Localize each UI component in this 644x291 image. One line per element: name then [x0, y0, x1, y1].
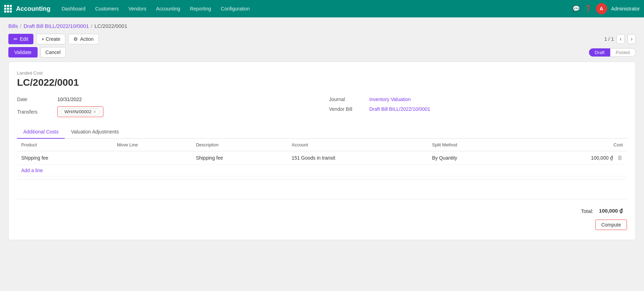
form-grid: Date 10/31/2022 Transfers WH/IN/00002 ✕ — [17, 97, 627, 117]
grid-icon — [4, 5, 12, 13]
col-product: Product — [17, 139, 113, 151]
vendor-bill-label: Vendor Bill — [329, 106, 364, 112]
status-draft[interactable]: Draft — [589, 48, 610, 56]
vendor-bill-row: Vendor Bill Draft Bill BILL/2022/10/0001 — [329, 106, 627, 112]
pagination: 1 / 1 — [604, 36, 614, 42]
toolbar: ✏ Edit + Create ⚙ Action 1 / 1 ‹ › — [8, 34, 636, 44]
delete-row-icon[interactable]: 🗑 — [617, 155, 623, 161]
date-label: Date — [17, 97, 52, 102]
table-header-row: Product Move Line Description Account Sp… — [17, 139, 627, 151]
action-label: Action — [80, 36, 94, 42]
top-nav-menu: Dashboard Customers Vendors Accounting R… — [57, 4, 572, 14]
transfers-tag[interactable]: WH/IN/00002 ✕ — [61, 108, 100, 115]
compute-button[interactable]: Compute — [595, 220, 627, 230]
compute-area: Compute — [17, 215, 627, 231]
status-right: Draft Posted — [589, 48, 636, 57]
total-row: Total: 100,000 ₫ — [17, 202, 627, 215]
tab-additional-costs[interactable]: Additional Costs — [17, 125, 65, 139]
right-fields: Journal Inventory Valuation Vendor Bill … — [329, 97, 627, 117]
separator-2 — [17, 199, 627, 199]
status-posted[interactable]: Posted — [610, 48, 635, 56]
prev-button[interactable]: ‹ — [617, 34, 625, 44]
chat-icon[interactable]: 💬 — [572, 5, 580, 13]
journal-link[interactable]: Inventory Valuation — [369, 97, 411, 102]
cost-value: 100,000 ₫ — [591, 155, 613, 161]
edit-icon: ✏ — [14, 36, 18, 42]
journal-label: Journal — [329, 97, 364, 102]
add-line-button[interactable]: Add a line — [17, 165, 47, 176]
cancel-button[interactable]: Cancel — [40, 47, 66, 58]
nav-reporting[interactable]: Reporting — [186, 4, 215, 14]
record-id: LC/2022/0001 — [17, 77, 627, 88]
nav-vendors[interactable]: Vendors — [124, 4, 150, 14]
date-value: 10/31/2022 — [57, 97, 82, 102]
breadcrumb-bills[interactable]: Bills — [8, 23, 18, 29]
table-container: Product Move Line Description Account Sp… — [17, 139, 627, 176]
page-wrapper: Bills / Draft Bill BILL/2022/10/0001 / L… — [0, 17, 644, 291]
cell-cost: 100,000 ₫ 🗑 — [518, 151, 627, 165]
nav-configuration[interactable]: Configuration — [217, 4, 254, 14]
costs-table: Product Move Line Description Account Sp… — [17, 139, 627, 165]
transfers-label: Transfers — [17, 109, 52, 115]
col-account: Account — [287, 139, 428, 151]
table-row: Shipping fee Shipping fee 151 Goods in t… — [17, 151, 627, 165]
help-icon[interactable]: ❓ — [584, 5, 592, 13]
col-cost: Cost — [518, 139, 627, 151]
status-badge-group: Draft Posted — [589, 48, 636, 57]
avatar[interactable]: A — [596, 3, 607, 14]
total-label: Total: — [581, 208, 594, 214]
tabs: Additional Costs Valuation Adjustments — [17, 125, 627, 139]
transfers-row: Transfers WH/IN/00002 ✕ — [17, 106, 315, 117]
cell-description: Shipping fee — [192, 151, 287, 165]
vendor-bill-link[interactable]: Draft Bill BILL/2022/10/0001 — [369, 106, 430, 112]
cell-move-line — [113, 151, 192, 165]
left-fields: Date 10/31/2022 Transfers WH/IN/00002 ✕ — [17, 97, 315, 117]
toolbar-right: 1 / 1 ‹ › — [604, 34, 636, 44]
next-button[interactable]: › — [628, 34, 636, 44]
top-nav: Accounting Dashboard Customers Vendors A… — [0, 0, 644, 17]
tab-valuation-adjustments[interactable]: Valuation Adjustments — [65, 125, 125, 139]
journal-row: Journal Inventory Valuation — [329, 97, 627, 102]
journal-value: Inventory Valuation — [369, 97, 411, 102]
transfers-close-icon[interactable]: ✕ — [93, 109, 96, 114]
cell-account: 151 Goods in transit — [287, 151, 428, 165]
separator — [17, 179, 627, 179]
top-nav-right: 💬 ❓ A Administrator — [572, 3, 640, 14]
app-logo[interactable]: Accounting — [4, 5, 50, 13]
edit-label: Edit — [20, 36, 28, 42]
vendor-bill-value: Draft Bill BILL/2022/10/0001 — [369, 106, 430, 112]
cell-split-method: By Quantity — [428, 151, 518, 165]
total-value: 100,000 ₫ — [599, 208, 623, 214]
cell-product: Shipping fee — [17, 151, 113, 165]
username: Administrator — [611, 6, 640, 12]
main-card: Landed Cost LC/2022/0001 Date 10/31/2022… — [8, 62, 636, 240]
breadcrumb: Bills / Draft Bill BILL/2022/10/0001 / L… — [8, 23, 636, 29]
breadcrumb-current: LC/2022/0001 — [94, 23, 127, 29]
status-toolbar: Validate Cancel Draft Posted — [8, 47, 636, 58]
breadcrumb-sep-1: / — [20, 23, 22, 29]
action-button[interactable]: ⚙ Action — [68, 34, 99, 44]
nav-dashboard[interactable]: Dashboard — [57, 4, 90, 14]
create-button[interactable]: + Create — [36, 34, 65, 44]
validate-button[interactable]: Validate — [8, 47, 38, 58]
nav-customers[interactable]: Customers — [91, 4, 123, 14]
create-label: + Create — [41, 36, 60, 42]
add-line-row: Add a line — [17, 165, 627, 176]
date-row: Date 10/31/2022 — [17, 97, 315, 102]
nav-accounting[interactable]: Accounting — [152, 4, 184, 14]
col-move-line: Move Line — [113, 139, 192, 151]
breadcrumb-sep-2: / — [91, 23, 92, 29]
edit-button[interactable]: ✏ Edit — [8, 34, 33, 44]
col-description: Description — [192, 139, 287, 151]
col-split-method: Split Method — [428, 139, 518, 151]
gear-icon: ⚙ — [73, 36, 78, 42]
transfers-value: WH/IN/00002 — [64, 109, 92, 114]
transfers-field[interactable]: WH/IN/00002 ✕ — [57, 106, 103, 117]
breadcrumb-bill[interactable]: Draft Bill BILL/2022/10/0001 — [24, 23, 89, 29]
app-title: Accounting — [16, 5, 50, 13]
card-label: Landed Cost — [17, 70, 627, 76]
